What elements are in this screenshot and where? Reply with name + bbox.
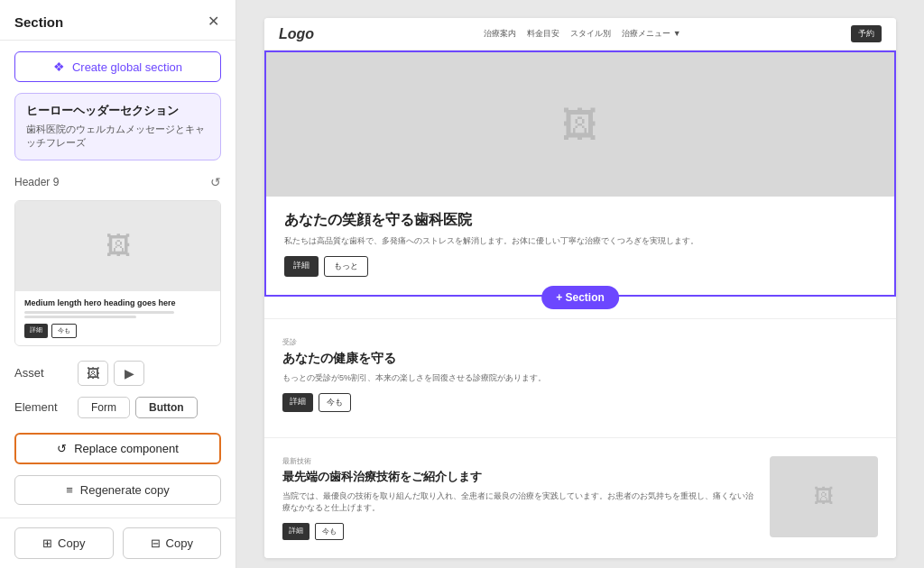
section3-btn-primary: 詳細 [282,523,310,540]
asset-video-button[interactable]: ▶ [114,361,144,386]
preview-section-2: 受診 あなたの健康を守る もっとの受診が5%割引、本来の楽しさを回復させる診療院… [264,318,896,430]
preview-heading: Medium length hero heading goes here [24,298,211,307]
hero-heading: あなたの笑顔を守る歯科医院 [284,211,876,230]
hero-btn-primary: 詳細 [284,256,319,277]
section2-buttons: 詳細 今も [282,393,878,412]
right-panel: Logo 治療案内 料金目安 スタイル別 治療メニュー ▼ 予約 ⣿ 🖼 [236,0,924,568]
panel-body: ❖ Create global section ヒーローヘッダーセクション 歯科… [0,41,236,518]
section3-heading: 最先端の歯科治療技術をご紹介します [282,470,755,485]
element-buttons: Form Button [78,397,198,418]
section3-btn-secondary: 今も [315,523,344,540]
create-global-label: Create global section [72,60,182,74]
header-label: Header 9 [14,176,59,188]
nav-link-4: 治療メニュー ▼ [622,28,680,40]
preview-image-area: 🖼 [15,201,220,291]
image-placeholder-icon: 🖼 [106,231,131,261]
section2-heading: あなたの健康を守る [282,351,878,367]
nav-links: 治療案内 料金目安 スタイル別 治療メニュー ▼ [484,28,680,40]
section2-btn-primary: 詳細 [282,393,313,412]
refresh-icon[interactable]: ↺ [210,175,221,189]
website-preview: Logo 治療案内 料金目安 スタイル別 治療メニュー ▼ 予約 ⣿ 🖼 [264,18,896,558]
section3-buttons: 詳細 今も [282,523,755,540]
section2-eyebrow: 受診 [282,337,878,347]
section-card-title: ヒーローヘッダーセクション [26,103,209,119]
panel-footer: ⊞ Copy ⊟ Copy [0,518,236,568]
preview-nav: Logo 治療案内 料金目安 スタイル別 治療メニュー ▼ 予約 [264,18,896,50]
add-section-button[interactable]: + Section [541,286,619,309]
regen-label: Regenerate copy [80,483,170,497]
hero-image-placeholder-icon: 🖼 [562,105,598,145]
element-label: Element [14,400,69,414]
preview-btn-outline: 今も [51,324,77,338]
section-card-desc: 歯科医院のウェルカムメッセージとキャッチフレーズ [26,123,209,151]
hero-section[interactable]: 🖼 あなたの笑顔を守る歯科医院 私たちは高品質な歯科で、多発痛へのストレスを解消… [264,50,896,297]
element-row: Element Form Button [14,397,221,418]
section2-description: もっとの受診が5%割引、本来の楽しさを回復させる診療院があります。 [282,372,878,384]
preview-btn-dark: 詳細 [24,324,48,338]
preview-area: Logo 治療案内 料金目安 スタイル別 治療メニュー ▼ 予約 ⣿ 🖼 [236,0,924,568]
section-card[interactable]: ヒーローヘッダーセクション 歯科医院のウェルカムメッセージとキャッチフレーズ [14,93,221,160]
section3-image-placeholder-icon: 🖼 [814,485,834,508]
section3-description: 当院では、最優良の技術を取り組んだ取り入れ、全患者に最良の治療を実践しています。… [282,490,755,514]
replace-label: Replace component [74,442,179,455]
copy-icon-2: ⊟ [151,536,161,550]
panel-title: Section [14,14,63,30]
section3-eyebrow: 最新技術 [282,456,755,466]
nav-logo: Logo [279,26,314,42]
section3-text: 最新技術 最先端の歯科治療技術をご紹介します 当院では、最優良の技術を取り組んだ… [282,456,755,539]
close-button[interactable]: ✕ [206,13,221,31]
preview-content: Medium length hero heading goes here 詳細 … [15,291,220,345]
panel-header: Section ✕ [0,0,236,41]
section3-image: 🖼 [770,456,878,537]
copy-label-1: Copy [58,536,85,550]
regen-icon: ≡ [66,483,73,497]
asset-row: Asset 🖼 ▶ [14,361,221,386]
preview-buttons-row: 詳細 今も [24,324,211,338]
header-label-row: Header 9 ↺ [14,175,221,189]
preview-line-1 [24,311,174,314]
nav-link-3: スタイル別 [570,28,611,40]
copy-label-2: Copy [166,536,193,550]
nav-link-1: 治療案内 [484,28,516,40]
replace-icon: ↺ [57,442,67,455]
copy-button-1[interactable]: ⊞ Copy [14,527,114,559]
copy-button-2[interactable]: ⊟ Copy [123,527,222,559]
left-panel: Section ✕ ❖ Create global section ヒーローヘッ… [0,0,236,568]
regenerate-copy-button[interactable]: ≡ Regenerate copy [14,475,221,505]
hero-buttons: 詳細 もっと [284,256,876,277]
hero-content: あなたの笑顔を守る歯科医院 私たちは高品質な歯科で、多発痛へのストレスを解消しま… [266,197,894,295]
replace-component-button[interactable]: ↺ Replace component [14,433,221,464]
asset-icons: 🖼 ▶ [78,361,144,386]
hero-image-area: 🖼 [266,52,894,197]
hero-wrapper: ⣿ 🖼 あなたの笑顔を守る歯科医院 私たちは高品質な歯科で、多発痛へのストレスを… [264,50,896,297]
asset-image-button[interactable]: 🖼 [78,361,108,386]
form-button[interactable]: Form [78,397,130,418]
preview-box: 🖼 Medium length hero heading goes here 詳… [14,200,221,346]
button-button[interactable]: Button [135,397,198,418]
nav-link-2: 料金目安 [527,28,559,40]
hero-btn-secondary: もっと [324,256,368,277]
nav-cta: 予約 [851,25,882,42]
hero-description: 私たちは高品質な歯科で、多発痛へのストレスを解消します。お体に優しい丁寧な治療で… [284,235,876,248]
preview-text-lines [24,311,211,318]
copy-icon-1: ⊞ [42,536,52,550]
section2-btn-secondary: 今も [319,393,351,412]
preview-section-3: 最新技術 最先端の歯科治療技術をご紹介します 当院では、最優良の技術を取り組んだ… [264,437,896,557]
create-global-section-button[interactable]: ❖ Create global section [14,51,221,82]
asset-label: Asset [14,366,69,380]
hero-text: あなたの笑顔を守る歯科医院 私たちは高品質な歯科で、多発痛へのストレスを解消しま… [284,211,876,277]
preview-line-2 [24,316,136,318]
spark-icon: ❖ [53,60,65,74]
